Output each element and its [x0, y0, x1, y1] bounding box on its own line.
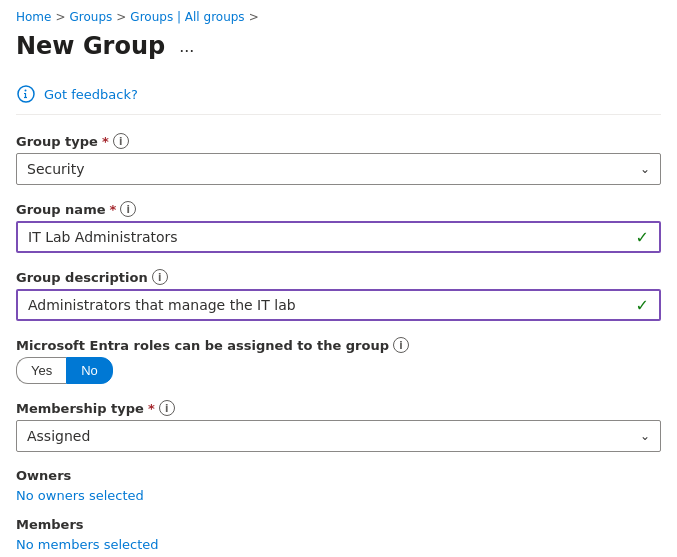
- page-title-row: New Group ...: [16, 32, 661, 60]
- group-description-label: Group description i: [16, 269, 661, 285]
- check-icon: ✓: [636, 228, 649, 247]
- feedback-label[interactable]: Got feedback?: [44, 87, 138, 102]
- entra-roles-yes-button[interactable]: Yes: [16, 357, 66, 384]
- no-owners-link[interactable]: No owners selected: [16, 488, 144, 503]
- feedback-bar[interactable]: Got feedback?: [16, 76, 661, 115]
- group-type-info-icon[interactable]: i: [113, 133, 129, 149]
- entra-roles-label: Microsoft Entra roles can be assigned to…: [16, 337, 661, 353]
- more-options-button[interactable]: ...: [173, 34, 200, 59]
- breadcrumb: Home > Groups > Groups | All groups >: [16, 10, 661, 24]
- breadcrumb-sep-2: >: [116, 10, 126, 24]
- group-type-label: Group type * i: [16, 133, 661, 149]
- group-name-input[interactable]: [18, 224, 659, 250]
- breadcrumb-all-groups[interactable]: Groups | All groups: [130, 10, 244, 24]
- entra-roles-no-button[interactable]: No: [66, 357, 113, 384]
- members-section: Members No members selected: [16, 517, 661, 552]
- group-name-label: Group name * i: [16, 201, 661, 217]
- breadcrumb-groups[interactable]: Groups: [70, 10, 113, 24]
- membership-chevron-icon: ⌄: [640, 429, 650, 443]
- membership-type-info-icon[interactable]: i: [159, 400, 175, 416]
- breadcrumb-sep-3: >: [249, 10, 259, 24]
- no-members-link[interactable]: No members selected: [16, 537, 159, 552]
- group-name-input-wrapper: ✓: [16, 221, 661, 253]
- entra-roles-field: Microsoft Entra roles can be assigned to…: [16, 337, 661, 384]
- group-type-field: Group type * i Security ⌄: [16, 133, 661, 185]
- owners-section: Owners No owners selected: [16, 468, 661, 503]
- group-type-value: Security: [27, 161, 85, 177]
- owners-label: Owners: [16, 468, 661, 483]
- chevron-down-icon: ⌄: [640, 162, 650, 176]
- group-description-field: Group description i ✓: [16, 269, 661, 321]
- membership-type-dropdown[interactable]: Assigned ⌄: [16, 420, 661, 452]
- membership-type-field: Membership type * i Assigned ⌄: [16, 400, 661, 452]
- required-star: *: [102, 134, 109, 149]
- membership-type-label: Membership type * i: [16, 400, 661, 416]
- entra-roles-info-icon[interactable]: i: [393, 337, 409, 353]
- members-label: Members: [16, 517, 661, 532]
- required-star-name: *: [110, 202, 117, 217]
- breadcrumb-sep-1: >: [55, 10, 65, 24]
- group-description-input[interactable]: [18, 292, 659, 318]
- description-check-icon: ✓: [636, 296, 649, 315]
- breadcrumb-home[interactable]: Home: [16, 10, 51, 24]
- page-title: New Group: [16, 32, 165, 60]
- required-star-membership: *: [148, 401, 155, 416]
- group-name-field: Group name * i ✓: [16, 201, 661, 253]
- membership-type-value: Assigned: [27, 428, 90, 444]
- group-type-dropdown[interactable]: Security ⌄: [16, 153, 661, 185]
- entra-roles-toggle: Yes No: [16, 357, 661, 384]
- group-description-info-icon[interactable]: i: [152, 269, 168, 285]
- feedback-icon: [16, 84, 36, 104]
- group-name-info-icon[interactable]: i: [120, 201, 136, 217]
- svg-point-1: [25, 90, 27, 92]
- group-description-input-wrapper: ✓: [16, 289, 661, 321]
